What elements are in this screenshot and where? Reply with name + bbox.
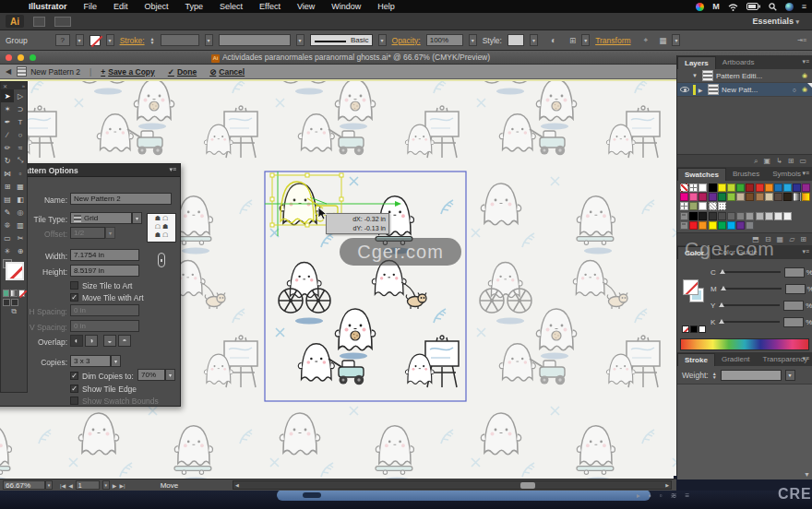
swatch[interactable]: [680, 202, 688, 210]
next-artboard-button[interactable]: ▶: [113, 482, 117, 489]
recolor-artwork-icon[interactable]: ◐: [551, 35, 556, 45]
brush-dropdown-icon[interactable]: ▾: [296, 34, 304, 46]
draw-behind-button[interactable]: [11, 299, 18, 306]
anchor-dropdown-icon[interactable]: ▾: [76, 34, 84, 46]
copies-select[interactable]: 3 x 3: [70, 355, 111, 367]
symbol-sprayer-tool[interactable]: ❊: [1, 219, 14, 231]
swatch[interactable]: [727, 221, 735, 230]
menu-edit[interactable]: Edit: [105, 2, 137, 11]
zoom-level-field[interactable]: 66.67%: [3, 480, 45, 490]
swatch[interactable]: [699, 202, 707, 210]
layer-row-new-pattern[interactable]: ▶ New Patt... ○ ◉: [677, 83, 812, 97]
channel-slider[interactable]: [719, 304, 780, 306]
overlap-left-button[interactable]: ◐: [70, 335, 83, 347]
swatch[interactable]: [736, 193, 745, 201]
gradient-button[interactable]: [10, 290, 17, 297]
swatch[interactable]: [736, 212, 745, 220]
menu-window[interactable]: Window: [323, 2, 369, 11]
wifi-icon[interactable]: [728, 3, 738, 11]
tab-symbols[interactable]: Symbols: [766, 168, 807, 181]
slice-tool[interactable]: ✂: [14, 231, 27, 244]
swatch[interactable]: [689, 221, 698, 230]
tab-stroke[interactable]: Stroke: [677, 353, 715, 366]
artboard-tool[interactable]: ▭: [1, 231, 14, 244]
selection-circle-icon[interactable]: ○: [793, 87, 796, 93]
first-artboard-button[interactable]: |◀: [60, 482, 66, 489]
fill-swatch-none[interactable]: [6, 262, 24, 280]
swatch[interactable]: [783, 183, 792, 192]
menu-type[interactable]: Type: [177, 2, 212, 11]
mesh-tool[interactable]: ▤: [1, 193, 14, 206]
show-swatch-bounds-checkbox[interactable]: Show Swatch Bounds: [70, 396, 159, 406]
swatch[interactable]: [727, 183, 735, 192]
rotate-tool[interactable]: ↻: [1, 154, 14, 167]
channel-slider[interactable]: [720, 271, 781, 273]
shape-builder-tool[interactable]: ⊞: [1, 180, 14, 193]
artboard-dropdown-icon[interactable]: ▾: [102, 480, 110, 490]
expander-icon[interactable]: ▶: [696, 87, 705, 93]
ai-app-icon[interactable]: Ai: [6, 15, 24, 28]
align-icon[interactable]: ⊞: [569, 36, 576, 45]
layer-row-pattern-editing[interactable]: ▼ Pattern Editi... ◉: [677, 69, 812, 83]
swatch[interactable]: [802, 183, 810, 192]
blend-tool[interactable]: ◎: [14, 206, 27, 219]
fill-dropdown-icon[interactable]: ▾: [106, 34, 114, 46]
graphic-style-swatch[interactable]: [508, 34, 524, 46]
player-icon-4[interactable]: ≋: [671, 491, 677, 500]
color-spectrum-bar[interactable]: [680, 338, 809, 350]
selection-tool[interactable]: ➤: [1, 89, 14, 102]
m-app-icon[interactable]: M: [712, 2, 720, 11]
dim-copies-checkbox[interactable]: ✓ Dim Copies to:: [70, 371, 134, 381]
free-transform-tool[interactable]: ▫: [14, 167, 27, 180]
shape-dropdown-icon[interactable]: ▾: [672, 34, 680, 46]
workspace-switcher[interactable]: Essentials ▾: [752, 17, 799, 26]
swatch[interactable]: [689, 193, 698, 201]
paintbrush-tool[interactable]: ✏: [1, 141, 14, 154]
swatch[interactable]: [793, 193, 801, 201]
swatch[interactable]: [736, 221, 745, 230]
target-icon[interactable]: ◉: [802, 72, 807, 79]
swatch[interactable]: [689, 183, 698, 192]
height-input[interactable]: 8.5197 in: [70, 265, 139, 277]
stroke-link[interactable]: Stroke:: [120, 36, 145, 45]
channel-slider[interactable]: [721, 288, 782, 290]
swatch[interactable]: [765, 212, 773, 220]
anchor-convert-button[interactable]: ?: [55, 34, 70, 46]
siri-icon[interactable]: [785, 3, 794, 11]
swatch[interactable]: [765, 183, 773, 192]
layers-footer-icon-3[interactable]: ↳: [776, 157, 782, 165]
black-swatch[interactable]: [690, 326, 698, 333]
channel-value-field[interactable]: [784, 267, 805, 278]
pen-tool[interactable]: ✒: [1, 115, 14, 128]
isolate-icon[interactable]: ⌖: [644, 35, 649, 45]
swatch[interactable]: [727, 212, 735, 220]
scroll-right-icon[interactable]: ▶: [663, 482, 671, 488]
stroke-weight-dropdown-icon[interactable]: ▾: [205, 34, 213, 46]
artboard-number-field[interactable]: 1: [76, 480, 100, 490]
hand-tool[interactable]: ✳: [1, 244, 14, 257]
swatch[interactable]: [718, 202, 726, 210]
line-tool[interactable]: ∕: [1, 128, 14, 141]
swatch[interactable]: [774, 183, 782, 192]
pattern-name-input[interactable]: New Pattern 2: [70, 193, 172, 205]
layers-footer-icon-1[interactable]: ⌕: [754, 157, 758, 166]
style-dropdown-icon[interactable]: ▾: [530, 34, 538, 46]
channel-value-field[interactable]: [783, 317, 804, 327]
swatch[interactable]: [709, 183, 717, 192]
swatch[interactable]: [756, 212, 764, 220]
swatch[interactable]: [680, 193, 688, 201]
swatch[interactable]: [699, 183, 707, 192]
width-tool[interactable]: ⋈: [1, 167, 14, 180]
menu-illustrator[interactable]: Illustrator: [20, 2, 76, 11]
swatch[interactable]: [718, 212, 726, 220]
channel-slider[interactable]: [719, 321, 780, 323]
swatch[interactable]: [727, 193, 735, 201]
white-swatch[interactable]: [699, 326, 706, 333]
swatch[interactable]: [746, 183, 754, 192]
scale-tool[interactable]: ⤡: [14, 154, 27, 167]
move-tile-with-art-checkbox[interactable]: ✓ Move Tile with Art: [70, 292, 144, 302]
opacity-link[interactable]: Opacity:: [392, 36, 421, 45]
stroke-panel-menu-icon[interactable]: ▾≡: [802, 355, 809, 362]
player-icon-1[interactable]: ▸: [637, 491, 640, 500]
ellipse-tool[interactable]: ○: [14, 128, 27, 141]
